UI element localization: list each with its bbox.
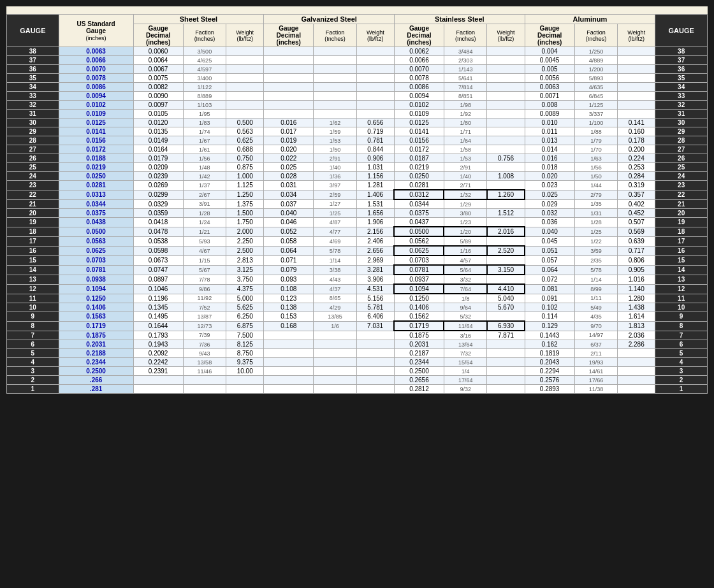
ss-decimal-cell: 0.0064	[133, 56, 183, 65]
table-row: 19 0.0438 0.0418 1/24 1.750 0.046 4/87 1…	[7, 218, 708, 227]
gauge-right-cell: 31	[655, 110, 708, 118]
ss-weight-cell: 3.750	[226, 275, 264, 284]
gs-fraction-cell	[314, 74, 357, 83]
ss-weight-cell: 0.625	[226, 136, 264, 145]
sts-fraction-cell: 1/23	[444, 218, 487, 227]
al-fraction-cell: 14/97	[574, 331, 618, 340]
sts-decimal-cell: 0.0125	[394, 118, 444, 127]
ss-weight-cell	[226, 56, 264, 65]
gs-fraction-cell	[314, 92, 357, 101]
sts-decimal-cell: 0.0141	[394, 127, 444, 136]
gs-fraction-cell	[314, 376, 357, 385]
sts-fraction-cell: 1/92	[444, 110, 487, 118]
al-weight-cell: 0.717	[618, 246, 655, 255]
gs-weight-cell: 2.406	[356, 236, 394, 246]
sts-fraction-cell: 15/64	[444, 358, 487, 367]
gauge-left-cell: 22	[7, 190, 59, 199]
al-decimal-cell: 0.023	[525, 181, 574, 190]
sts-fraction-cell: 2/303	[444, 56, 487, 65]
al-fraction-cell: 1/56	[574, 163, 618, 172]
sts-decimal-cell: 0.1719	[394, 321, 444, 331]
gs-decimal-cell	[264, 65, 314, 74]
ss-decimal-cell: 0.0359	[133, 209, 183, 218]
table-row: 9 0.1563 0.1495 13/87 6.250 0.153 13/85 …	[7, 312, 708, 322]
sts-fraction-cell: 1/16	[444, 246, 487, 255]
al-decimal-cell: 0.045	[525, 236, 574, 246]
al-decimal-cell: 0.0045	[525, 56, 574, 65]
gs-fraction-cell	[314, 367, 357, 376]
gs-weight-cell: 1.531	[356, 199, 394, 209]
sts-decimal-cell: 0.0312	[394, 190, 444, 199]
gauge-left-cell: 31	[7, 110, 59, 118]
al-weight-cell: 1.140	[618, 284, 655, 294]
us-gauge-cell: 0.0375	[59, 209, 133, 218]
ss-decimal-cell: 0.2391	[133, 367, 183, 376]
gauge-right-cell: 6	[655, 340, 708, 349]
ss-fraction-cell: 12/73	[183, 321, 226, 331]
sts-decimal-cell: 0.0086	[394, 83, 444, 92]
ss-decimal-cell: 0.0747	[133, 265, 183, 275]
us-gauge-cell: 0.0500	[59, 227, 133, 236]
al-fraction-cell: 1/79	[574, 136, 618, 145]
gauge-right-cell: 28	[655, 136, 708, 145]
sts-decimal-cell: 0.0078	[394, 74, 444, 83]
us-gauge-cell: 0.0066	[59, 56, 133, 65]
gs-decimal-cell: 0.108	[264, 284, 314, 294]
ss-decimal-cell: 0.0060	[133, 47, 183, 56]
sts-weight-cell	[487, 110, 525, 118]
gs-fraction-cell: 3/38	[314, 265, 357, 275]
al-weight-cell: 0.452	[618, 209, 655, 218]
gs-weight-cell: 0.844	[356, 145, 394, 154]
table-row: 31 0.0109 0.0105 1/95 0.0109 1/92 0.0089…	[7, 110, 708, 118]
gs-decimal-cell: 0.138	[264, 303, 314, 312]
table-row: 26 0.0188 0.0179 1/56 0.750 0.022 2/91 0…	[7, 154, 708, 163]
gs-decimal-cell: 0.093	[264, 275, 314, 284]
gs-weight-cell	[356, 110, 394, 118]
ss-decimal-cell: 0.0135	[133, 127, 183, 136]
ss-fraction-cell: 4/597	[183, 65, 226, 74]
sts-weight-cell: 1.260	[487, 190, 525, 199]
al-fraction-cell: 1/22	[574, 236, 618, 246]
al-fraction-cell: 1/63	[574, 154, 618, 163]
page-wrapper: GAUGE US StandardGauge(inches) Sheet Ste…	[6, 6, 708, 394]
sts-fraction-cell: 9/32	[444, 385, 487, 394]
gs-decimal-cell: 0.046	[264, 218, 314, 227]
gs-decimal-cell: 0.071	[264, 255, 314, 265]
al-fraction-cell: 14/61	[574, 367, 618, 376]
ss-decimal-cell: 0.0239	[133, 172, 183, 181]
ss-decimal-cell: 0.1196	[133, 294, 183, 303]
al-weight-cell	[618, 101, 655, 110]
sts-weight-cell	[487, 127, 525, 136]
gs-weight-cell	[356, 47, 394, 56]
sts-weight-cell	[487, 56, 525, 65]
table-row: 2 .266 0.2656 17/64 0.2576 17/66 2	[7, 376, 708, 385]
us-gauge-cell: 0.0313	[59, 190, 133, 199]
al-decimal-cell: 0.011	[525, 127, 574, 136]
sts-fraction-cell: 1/64	[444, 136, 487, 145]
sts-decimal-cell: 0.0187	[394, 154, 444, 163]
al-fraction-cell: 2/35	[574, 255, 618, 265]
ss-fraction-cell: 1/122	[183, 83, 226, 92]
al-decimal-cell: 0.0063	[525, 83, 574, 92]
ss-weight-cell: 2.500	[226, 246, 264, 255]
gs-fraction-cell: 1/50	[314, 145, 357, 154]
al-fraction-cell: 2/79	[574, 190, 618, 199]
table-row: 37 0.0066 0.0064 4/625 0.0066 2/303 0.00…	[7, 56, 708, 65]
sts-weight-cell	[487, 312, 525, 322]
ss-fraction-cell: 1/83	[183, 118, 226, 127]
al-fraction-cell: 1/35	[574, 199, 618, 209]
al-decimal-cell: 0.016	[525, 154, 574, 163]
al-weight-cell: 0.253	[618, 163, 655, 172]
al-weight-cell: 2.036	[618, 331, 655, 340]
us-gauge-cell: 0.0938	[59, 275, 133, 284]
al-fraction-cell: 17/66	[574, 376, 618, 385]
al-decimal-cell: 0.0071	[525, 92, 574, 101]
al-fraction-cell: 11/38	[574, 385, 618, 394]
sts-fraction-cell: 1/58	[444, 145, 487, 154]
sts-fraction-cell: 1/32	[444, 190, 487, 199]
gauge-left-cell: 37	[7, 56, 59, 65]
gauge-left-cell: 12	[7, 284, 59, 294]
al-decimal-cell: 0.032	[525, 209, 574, 218]
gs-decimal-cell	[264, 74, 314, 83]
gauge-header-right: GAUGE	[655, 15, 708, 47]
